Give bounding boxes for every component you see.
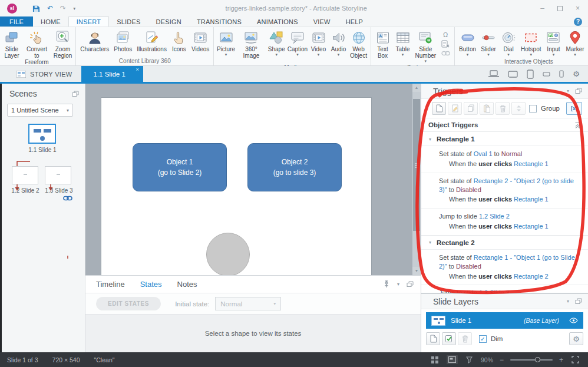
text-box-button[interactable]: Text Box [373, 28, 393, 64]
triggers-float-icon[interactable] [575, 88, 582, 94]
zoom-out-button[interactable]: − [500, 356, 504, 364]
shape-button[interactable]: Shape ▾ [266, 28, 286, 57]
tab-timeline[interactable]: Timeline [96, 280, 125, 289]
layer-properties-gear-button[interactable]: ⚙ [569, 332, 583, 345]
tab-animations[interactable]: ANIMATIONS [249, 16, 306, 27]
scrollbar-thumb[interactable] [413, 99, 420, 231]
trigger-object-link[interactable]: 1.2 Slide 2 [479, 213, 510, 220]
tab-insert[interactable]: INSERT [68, 16, 109, 27]
duplicate-layer-button[interactable] [442, 332, 456, 345]
trigger-state-value[interactable]: Disabled [456, 263, 481, 270]
reorder-trigger-button[interactable] [511, 102, 526, 115]
edit-states-button[interactable]: EDIT STATES [96, 297, 161, 310]
trigger-item[interactable]: Set state of Rectangle 1 - "Object 1 (go… [421, 249, 588, 285]
tab-slides[interactable]: SLIDES [109, 16, 148, 27]
illustrations-button[interactable]: Illustrations [134, 28, 169, 57]
videos-button[interactable]: Videos [189, 28, 212, 57]
video-button[interactable]: Video ▾ [309, 28, 329, 57]
slide-stage[interactable]: Object 1 (go to Slide 2) Object 2 (go to… [101, 98, 371, 275]
oval-1-shape[interactable] [206, 233, 250, 275]
slide-tab-active[interactable]: 1.1 Slide 1 × [81, 66, 143, 82]
group-collapse-caret[interactable]: ▾ [429, 240, 431, 245]
trigger-item[interactable]: Set state of Oval 1 to Normal When the u… [421, 146, 588, 173]
tab-home[interactable]: HOME [33, 16, 68, 27]
group-checkbox[interactable] [529, 105, 537, 113]
tab-view[interactable]: VIEW [306, 16, 338, 27]
table-button[interactable]: Table ▾ [393, 28, 413, 57]
dim-checkbox[interactable]: ✓ [479, 335, 487, 343]
edit-trigger-button[interactable] [448, 102, 462, 115]
rectangle-1-shape[interactable]: Object 1 (go to Slide 2) [133, 143, 227, 191]
tab-notes[interactable]: Notes [177, 280, 197, 289]
scrollbar-up-arrow[interactable]: ▲ [412, 84, 421, 92]
slide-layers-float-icon[interactable] [575, 298, 582, 305]
delete-trigger-button[interactable] [495, 102, 510, 115]
picture-button[interactable]: Picture ▾ [216, 28, 236, 57]
slider-button[interactable]: Slider ▾ [478, 28, 498, 57]
new-layer-button[interactable] [426, 332, 440, 345]
dial-button[interactable]: Dial ▾ [498, 28, 518, 57]
base-layer-row[interactable]: Slide 1 (Base Layer) [426, 312, 583, 329]
marker-button[interactable]: Marker ▾ [563, 28, 586, 57]
input-button[interactable]: Input ▾ [543, 28, 563, 57]
icons-button[interactable]: Icons [169, 28, 189, 57]
caption-button[interactable]: Caption ▾ [286, 28, 308, 57]
button-button[interactable]: Button ▾ [457, 28, 478, 57]
trigger-when-link[interactable]: Rectangle 1 [514, 223, 549, 230]
tablet-portrait-icon[interactable] [527, 70, 534, 79]
close-button[interactable]: × [576, 5, 580, 12]
tab-states[interactable]: States [140, 280, 162, 289]
help-icon[interactable]: ? [574, 18, 582, 26]
zoom-slider-knob[interactable] [535, 357, 540, 362]
tab-design[interactable]: DESIGN [148, 16, 189, 27]
initial-state-dropdown[interactable]: Normal ▾ [215, 297, 281, 310]
manage-variables-button[interactable]: [x] [566, 102, 582, 115]
trigger-group-rectangle-1[interactable]: ▾ Rectangle 1 [421, 132, 588, 146]
reference-button[interactable] [440, 39, 451, 48]
canvas-vertical-scrollbar[interactable]: ▲ ▼ [412, 84, 421, 275]
delete-layer-button[interactable] [458, 332, 472, 345]
scrollbar-down-arrow[interactable]: ▼ [412, 267, 421, 275]
trigger-item[interactable]: Set state of Rectangle 2 - "Object 2 (go… [421, 173, 588, 209]
symbol-button[interactable]: Ω [440, 30, 451, 39]
slide-layer-button[interactable]: Slide Layer [2, 28, 22, 64]
trigger-object-link[interactable]: Oval 1 [474, 150, 493, 157]
triggers-menu-caret[interactable]: ▾ [567, 88, 569, 94]
tab-help[interactable]: HELP [338, 16, 371, 27]
laptop-icon[interactable] [488, 70, 499, 78]
new-trigger-button[interactable] [432, 102, 446, 115]
group-collapse-caret[interactable]: ▾ [429, 137, 431, 142]
slide-number-button[interactable]: Slide Number ▾ [413, 28, 439, 64]
zoom-slider[interactable] [510, 359, 553, 361]
audio-button[interactable]: Audio ▾ [329, 28, 349, 57]
photos-button[interactable]: Photos [111, 28, 134, 57]
story-view-tab[interactable]: STORY VIEW [7, 66, 81, 82]
tab-transitions[interactable]: TRANSITIONS [189, 16, 249, 27]
phone-landscape-icon[interactable] [543, 72, 550, 77]
characters-button[interactable]: Characters [78, 28, 111, 57]
slide-layers-menu-caret[interactable]: ▾ [567, 299, 569, 304]
slide-thumbnail-3[interactable] [45, 166, 71, 184]
trigger-when-link[interactable]: Rectangle 1 [514, 160, 549, 167]
redo-button[interactable]: ↷ [60, 5, 66, 12]
zoom-in-button[interactable]: + [559, 356, 563, 364]
copy-trigger-button[interactable] [464, 102, 478, 115]
tab-file[interactable]: FILE [0, 16, 33, 27]
web-object-button[interactable]: Web Object [349, 28, 369, 64]
image-360-button[interactable]: 360° Image [236, 28, 267, 64]
hyperlink-button[interactable] [440, 49, 451, 58]
paste-trigger-button[interactable] [480, 102, 494, 115]
hotspot-button[interactable]: Hotspot ▾ [518, 28, 543, 57]
grid-view-icon[interactable] [430, 355, 440, 365]
undo-button[interactable]: ↶ [47, 5, 53, 12]
pin-panel-icon[interactable] [383, 280, 390, 288]
tab-close-icon[interactable]: × [136, 67, 139, 72]
trigger-item[interactable]: Jump to slide 1.2 Slide 2 When the user … [421, 208, 588, 235]
slide-thumbnail-2[interactable] [12, 166, 38, 184]
convert-to-freeform-button[interactable]: Convert to Freeform [22, 28, 52, 71]
maximize-button[interactable] [557, 6, 563, 11]
trigger-item[interactable]: Jump to slide 1.3 Slide 3 When the user … [421, 285, 588, 293]
trigger-when-link[interactable]: Rectangle 2 [514, 273, 549, 280]
panel-menu-caret[interactable]: ▾ [397, 282, 399, 287]
storyline-logo[interactable]: sl [7, 4, 17, 14]
